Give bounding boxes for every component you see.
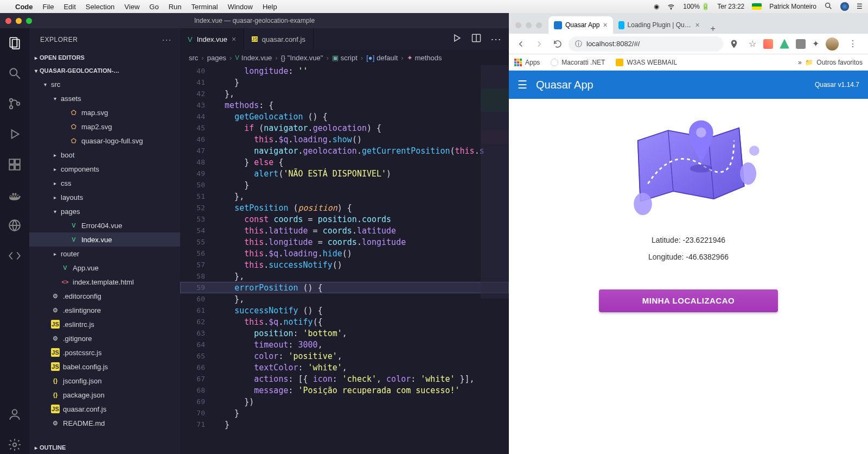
open-editors-section[interactable]: ▸OPEN EDITORS (29, 51, 180, 64)
misc-activity[interactable] (5, 247, 24, 265)
file-quasar.conf.js[interactable]: JSquasar.conf.js (29, 402, 180, 416)
bookmark-star-icon[interactable]: ☆ (745, 36, 760, 52)
file-Error404.vue[interactable]: VError404.vue (29, 218, 180, 232)
run-debug-activity[interactable] (5, 125, 24, 143)
site-info-icon[interactable]: ⓘ (575, 39, 582, 49)
file-.eslintignore[interactable]: ⚙.eslintignore (29, 303, 180, 317)
code-line-50[interactable]: 50 } (180, 179, 509, 191)
editor-more-icon[interactable]: ⋯ (490, 33, 501, 46)
spotlight-icon[interactable] (824, 2, 833, 12)
file-quasar-logo-full.svg[interactable]: ⬠quasar-logo-full.svg (29, 134, 180, 148)
file-Index.vue[interactable]: VIndex.vue (29, 232, 180, 247)
outline-section[interactable]: ▸OUTLINE (29, 441, 180, 454)
code-line-62[interactable]: 62 this.$q.notify({ (180, 316, 509, 327)
folder-boot[interactable]: ▸boot (29, 148, 180, 162)
menu-help[interactable]: Help (263, 3, 277, 11)
vue-devtools-icon[interactable] (780, 39, 789, 49)
file-App.vue[interactable]: VApp.vue (29, 261, 180, 275)
reload-button[interactable] (550, 36, 565, 52)
menubar-date[interactable]: Ter 23:22 (717, 3, 744, 10)
code-line-40[interactable]: 40 longitude: '' (180, 65, 509, 77)
menubar-app-name[interactable]: Code (15, 3, 33, 11)
code-line-47[interactable]: 47 navigator.geolocation.getCurrentPosit… (180, 145, 509, 156)
menu-selection[interactable]: Selection (86, 3, 114, 11)
browser-close-button[interactable] (515, 22, 521, 28)
breadcrumb-item[interactable]: src (189, 54, 198, 62)
code-line-46[interactable]: 46 this.$q.loading.show() (180, 134, 509, 145)
menu-file[interactable]: File (43, 3, 54, 11)
close-tab-icon[interactable]: × (232, 35, 236, 43)
control-center-icon[interactable]: ☰ (857, 3, 863, 10)
docker-activity[interactable] (5, 186, 24, 204)
breadcrumb-item[interactable]: [●] default (366, 54, 398, 62)
location-permission-icon[interactable] (726, 36, 742, 52)
code-line-45[interactable]: 45 if (navigator.geolocation) { (180, 122, 509, 134)
source-control-activity[interactable] (5, 94, 24, 113)
file-jsconfig.json[interactable]: {}jsconfig.json (29, 374, 180, 388)
code-line-61[interactable]: 61 successNotify () { (180, 305, 509, 316)
code-line-63[interactable]: 63 position: 'bottom', (180, 327, 509, 339)
remote-activity[interactable] (5, 216, 24, 235)
browser-tab-inactive[interactable]: Loading Plugin | Quasar Fra… × (613, 16, 705, 34)
close-tab-icon[interactable]: × (695, 21, 699, 29)
folder-layouts[interactable]: ▸layouts (29, 190, 180, 204)
code-line-48[interactable]: 48 } else { (180, 156, 509, 168)
zoom-window-button[interactable] (26, 18, 32, 24)
minimap[interactable] (481, 65, 509, 299)
run-icon[interactable] (451, 33, 462, 46)
code-line-55[interactable]: 55 this.longitude = coords.longitude (180, 236, 509, 248)
breadcrumb-item[interactable]: VIndex.vue (235, 54, 272, 62)
browser-minimize-button[interactable] (526, 22, 532, 28)
code-line-56[interactable]: 56 this.$q.loading.hide() (180, 248, 509, 259)
chrome-menu-icon[interactable]: ⋮ (845, 36, 860, 52)
file-.eslintrc.js[interactable]: JS.eslintrc.js (29, 317, 180, 331)
browser-zoom-button[interactable] (536, 22, 542, 28)
profile-avatar[interactable] (826, 37, 839, 51)
split-editor-icon[interactable] (471, 33, 482, 46)
code-line-41[interactable]: 41 } (180, 77, 509, 88)
code-line-60[interactable]: 60 }, (180, 293, 509, 305)
code-line-57[interactable]: 57 this.successNotify() (180, 259, 509, 270)
project-section[interactable]: ▾QUASAR-GEOLOCATION-… (29, 64, 180, 77)
breadcrumb-item[interactable]: {} "Index.vue" (281, 54, 323, 62)
folder-src[interactable]: ▾src (29, 77, 180, 91)
editor-tab-Index.vue[interactable]: VIndex.vue× (180, 28, 244, 50)
code-line-44[interactable]: 44 getGeolocation () { (180, 111, 509, 122)
flag-icon[interactable] (752, 3, 762, 10)
code-line-67[interactable]: 67 actions: [{ icon: 'check', color: 'wh… (180, 373, 509, 384)
siri-icon[interactable] (840, 2, 849, 11)
file-package.json[interactable]: {}package.json (29, 388, 180, 402)
menu-edit[interactable]: Edit (63, 3, 75, 11)
folder-router[interactable]: ▸router (29, 247, 180, 261)
file-README.md[interactable]: ⚙README.md (29, 416, 180, 430)
menu-go[interactable]: Go (149, 3, 158, 11)
code-line-43[interactable]: 43 methods: { (180, 99, 509, 111)
explorer-activity[interactable] (5, 34, 24, 52)
code-line-71[interactable]: 71 } (180, 419, 509, 430)
code-line-66[interactable]: 66 textColor: 'white', (180, 362, 509, 373)
bookmark-item[interactable]: W3AS WEBMAIL (616, 59, 677, 66)
extension-icon[interactable] (796, 39, 806, 49)
settings-activity[interactable] (5, 436, 24, 454)
code-line-69[interactable]: 69 }) (180, 396, 509, 407)
file-.editorconfig[interactable]: ⚙.editorconfig (29, 289, 180, 303)
folder-pages[interactable]: ▾pages (29, 204, 180, 218)
menu-run[interactable]: Run (169, 3, 182, 11)
menu-terminal[interactable]: Terminal (192, 3, 218, 11)
file-map.svg[interactable]: ⬠map.svg (29, 105, 180, 119)
new-tab-button[interactable]: + (705, 24, 721, 34)
address-bar[interactable]: ⓘ localhost:8082/#/ (569, 36, 723, 52)
bookmark-overflow[interactable]: » 📁 Outros favoritos (798, 59, 863, 66)
folder-assets[interactable]: ▾assets (29, 91, 180, 105)
code-line-70[interactable]: 70 } (180, 407, 509, 419)
code-line-64[interactable]: 64 timeout: 3000, (180, 339, 509, 350)
browser-tab-active[interactable]: Quasar App × (548, 16, 613, 34)
extension-icon[interactable] (763, 39, 773, 49)
battery-status[interactable]: 100% 🔋 (683, 3, 710, 10)
code-line-53[interactable]: 53 const coords = position.coords (180, 213, 509, 225)
bookmark-apps[interactable]: Apps (514, 59, 540, 66)
close-tab-icon[interactable]: × (603, 21, 607, 29)
explorer-more-icon[interactable]: ⋯ (162, 34, 173, 46)
back-button[interactable] (513, 36, 528, 52)
breadcrumb-item[interactable]: pages (207, 54, 226, 62)
